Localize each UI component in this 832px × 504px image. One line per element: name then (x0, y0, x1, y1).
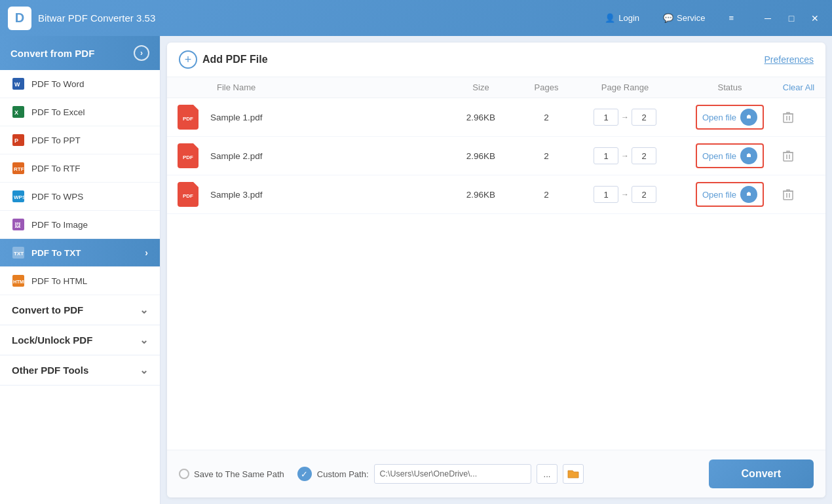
row2-pages-cell: 2 (520, 151, 573, 161)
sidebar: Convert from PDF › W PDF To Word X PDF T… (0, 36, 161, 504)
sidebar-section-convert-from-pdf[interactable]: Convert from PDF › (0, 36, 160, 70)
app-title: Bitwar PDF Converter 3.53 (38, 12, 599, 24)
table-row: PDF Sample 2.pdf 2.96KB 2 → Open file (167, 137, 825, 175)
sidebar-item-pdf-to-word[interactable]: W PDF To Word (0, 70, 160, 98)
row2-pagerange-cell: → (573, 147, 677, 164)
sidebar-item-pdf-to-html[interactable]: HTML PDF To HTML (0, 267, 160, 295)
row3-range-from-input[interactable] (594, 186, 618, 203)
ppt-icon: P (12, 134, 25, 147)
row1-pagerange-cell: → (573, 109, 677, 126)
row3-open-file-link[interactable]: Open file (702, 190, 736, 200)
pages-col-header: Pages (520, 82, 573, 92)
table-row: PDF Sample 1.pdf 2.96KB 2 → Open file (167, 98, 825, 137)
row1-filename-cell: Sample 1.pdf (210, 113, 442, 122)
excel-icon: X (12, 105, 25, 118)
row3-filename-cell: Sample 3.pdf (210, 190, 442, 200)
check-circle-icon: ✓ (297, 467, 312, 481)
minimize-button[interactable]: ─ (759, 9, 777, 27)
row2-delete-button[interactable] (782, 149, 794, 162)
svg-text:W: W (14, 81, 20, 88)
path-browse-button[interactable]: ... (537, 464, 558, 484)
row1-open-folder-button[interactable] (740, 109, 757, 126)
app-logo: D (8, 7, 31, 30)
table-row: PDF Sample 3.pdf 2.96KB 2 → Open file (167, 175, 825, 214)
row2-open-folder-button[interactable] (740, 147, 757, 164)
svg-text:X: X (14, 109, 18, 116)
sidebar-group-other-tools[interactable]: Other PDF Tools ⌄ (0, 355, 160, 386)
row2-range-to-input[interactable] (632, 147, 656, 164)
pagerange-col-header: Page Range (573, 82, 677, 92)
svg-text:WPS: WPS (14, 194, 24, 200)
row3-delete-button[interactable] (782, 188, 794, 201)
maximize-button[interactable]: □ (782, 9, 801, 27)
svg-text:HTML: HTML (13, 279, 24, 285)
sidebar-group-convert-to-pdf[interactable]: Convert to PDF ⌄ (0, 295, 160, 325)
close-button[interactable]: ✕ (806, 9, 824, 27)
word-icon: W (12, 77, 25, 90)
range-arrow-icon: → (621, 113, 629, 122)
row1-range-to-input[interactable] (632, 109, 656, 126)
preferences-button[interactable]: Preferences (765, 54, 814, 65)
menu-button[interactable]: ≡ (723, 10, 739, 26)
convert-button[interactable]: Convert (709, 459, 814, 488)
sidebar-group-lock-unlock[interactable]: Lock/Unlock PDF ⌄ (0, 325, 160, 355)
rtf-icon: RTF (12, 162, 25, 175)
row3-range-to-input[interactable] (632, 186, 656, 203)
window-controls: ─ □ ✕ (759, 9, 824, 27)
pdf-file-icon: PDF (178, 105, 199, 130)
convert-to-pdf-chevron-icon: ⌄ (140, 304, 148, 316)
row2-open-file-link[interactable]: Open file (702, 151, 736, 161)
row3-delete-cell (782, 188, 815, 201)
image-icon: 🖼 (12, 218, 25, 231)
row1-icon-cell: PDF (178, 105, 210, 130)
wps-icon: WPS (12, 190, 25, 203)
folder-browse-button[interactable] (563, 464, 584, 484)
row1-open-file-link[interactable]: Open file (702, 113, 736, 122)
service-button[interactable]: 💬 Service (658, 10, 710, 26)
lock-unlock-chevron-icon: ⌄ (140, 334, 148, 346)
row2-filename-cell: Sample 2.pdf (210, 151, 442, 161)
filename-col-header: File Name (210, 82, 442, 92)
titlebar-actions: 👤 Login 💬 Service ≡ ─ □ ✕ (599, 9, 824, 27)
custom-path-section: ✓ Custom Path: ... (297, 464, 696, 484)
plus-icon: + (179, 50, 197, 69)
txt-icon: TXT (12, 246, 25, 259)
range-arrow-icon: → (621, 151, 629, 160)
add-pdf-button[interactable]: + Add PDF File (179, 50, 268, 69)
row1-pages-cell: 2 (520, 113, 573, 122)
sidebar-item-pdf-to-wps[interactable]: WPS PDF To WPS (0, 183, 160, 211)
sidebar-item-pdf-to-rtf[interactable]: RTF PDF To RTF (0, 154, 160, 183)
row3-size-cell: 2.96KB (442, 190, 520, 200)
row2-range-from-input[interactable] (594, 147, 618, 164)
svg-rect-25 (784, 191, 793, 200)
pdf-file-icon: PDF (178, 182, 199, 207)
row2-status-cell: Open file (677, 143, 782, 168)
row3-icon-cell: PDF (178, 182, 210, 207)
row3-open-folder-button[interactable] (740, 186, 757, 203)
svg-text:TXT: TXT (14, 251, 24, 257)
file-table: File Name Size Pages Page Range Status C… (167, 77, 825, 450)
bottom-bar: Save to The Same Path ✓ Custom Path: ...… (167, 450, 825, 497)
save-same-path-option[interactable]: Save to The Same Path (179, 469, 284, 479)
login-button[interactable]: 👤 Login (599, 10, 645, 26)
svg-text:RTF: RTF (14, 166, 24, 172)
pdf-file-icon: PDF (178, 143, 199, 168)
path-input[interactable] (374, 464, 531, 484)
sidebar-item-pdf-to-txt[interactable]: TXT PDF To TXT › (0, 239, 160, 267)
sidebar-item-pdf-to-image[interactable]: 🖼 PDF To Image (0, 211, 160, 239)
row1-delete-cell (782, 111, 815, 124)
icon-col-header (178, 82, 210, 92)
service-icon: 💬 (663, 13, 673, 23)
row1-range-from-input[interactable] (594, 109, 618, 126)
sidebar-item-pdf-to-ppt[interactable]: P PDF To PPT (0, 126, 160, 154)
row3-status-cell: Open file (677, 182, 782, 207)
row2-delete-cell (782, 149, 815, 162)
status-col-header: Status (677, 82, 782, 92)
clearall-col-header[interactable]: Clear All (782, 82, 815, 92)
row1-delete-button[interactable] (782, 111, 794, 124)
content-area: + Add PDF File Preferences File Name Siz… (167, 43, 825, 497)
sidebar-item-pdf-to-excel[interactable]: X PDF To Excel (0, 98, 160, 126)
toolbar: + Add PDF File Preferences (167, 43, 825, 77)
html-icon: HTML (12, 274, 25, 287)
other-tools-chevron-icon: ⌄ (140, 364, 148, 376)
